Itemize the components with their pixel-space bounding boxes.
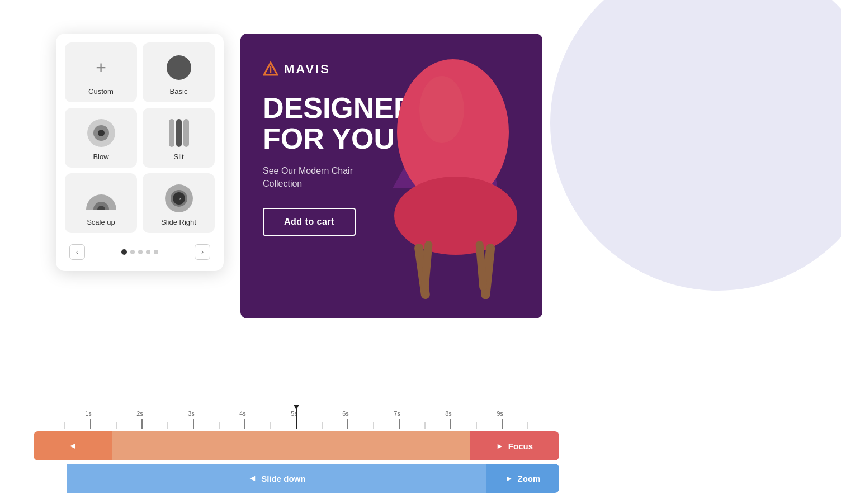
ruler-svg: 1s 2s 3s 4s 5s 6s 7s <box>39 405 554 429</box>
main-content: + Custom Basic Blow <box>56 34 542 318</box>
animation-label-slit: Slit <box>173 153 183 161</box>
page-dot-2[interactable] <box>130 250 135 254</box>
timeline-section: 1s 2s 3s 4s 5s 6s 7s <box>34 405 559 493</box>
svg-text:1s: 1s <box>85 410 92 417</box>
ad-subline: See Our Modern Chair Collection <box>263 165 375 190</box>
animation-panel: + Custom Basic Blow <box>56 34 224 271</box>
track-zoom-label: Zoom <box>518 474 541 483</box>
track-blue-main: ◄ Slide down <box>67 464 486 493</box>
track-orange: ◄ ► Focus <box>34 431 559 460</box>
track-zoom-arrow-icon: ► <box>505 474 513 483</box>
animation-label-basic: Basic <box>170 87 188 96</box>
pagination-prev-button[interactable]: ‹ <box>69 244 85 260</box>
chair-image <box>363 54 542 318</box>
track-slidedown-label: Slide down <box>261 474 305 483</box>
svg-text:6s: 6s <box>342 410 349 417</box>
animation-label-custom: Custom <box>88 87 114 96</box>
add-to-cart-button[interactable]: Add to cart <box>263 208 356 236</box>
track-blue: ◄ Slide down ► Zoom <box>34 464 559 493</box>
ad-preview-card: A MAVIS DESIGNED FOR YOU See Our Modern … <box>240 34 542 318</box>
circle-icon <box>164 53 194 83</box>
page-dot-4[interactable] <box>146 250 150 254</box>
svg-marker-38 <box>294 405 299 410</box>
svg-point-3 <box>394 177 517 255</box>
animation-item-scaleup[interactable]: Scale up <box>65 173 137 233</box>
track-blue-right: ► Zoom <box>486 464 559 493</box>
page-dot-5[interactable] <box>154 250 158 254</box>
animation-item-custom[interactable]: + Custom <box>65 42 137 102</box>
pagination-dots <box>121 249 158 255</box>
plus-icon: + <box>86 53 116 83</box>
chair-svg <box>363 54 542 318</box>
svg-text:8s: 8s <box>445 410 452 417</box>
animation-label-blow: Blow <box>93 153 108 161</box>
track-arrow-left-icon: ◄ <box>68 441 77 451</box>
slit-icon <box>164 118 194 148</box>
track-focus-arrow-icon: ► <box>496 441 504 450</box>
animation-grid: + Custom Basic Blow <box>65 42 215 233</box>
svg-text:9s: 9s <box>497 410 503 417</box>
track-blue-spacer <box>34 464 67 493</box>
svg-text:3s: 3s <box>188 410 195 417</box>
svg-text:7s: 7s <box>394 410 400 417</box>
page-dot-1[interactable] <box>121 249 127 255</box>
track-slidedown-arrow-icon: ◄ <box>248 473 257 483</box>
blow-icon <box>86 118 116 148</box>
animation-label-scaleup: Scale up <box>87 218 115 226</box>
svg-text:4s: 4s <box>239 410 246 417</box>
brand-logo-icon <box>263 61 278 77</box>
track-orange-main <box>112 431 470 460</box>
svg-point-8 <box>419 76 464 143</box>
ruler-area: 1s 2s 3s 4s 5s 6s 7s <box>34 405 559 429</box>
animation-item-basic[interactable]: Basic <box>143 42 215 102</box>
svg-text:2s: 2s <box>136 410 143 417</box>
scaleup-icon <box>86 183 116 213</box>
track-orange-left: ◄ <box>34 431 112 460</box>
animation-item-slideright[interactable]: Slide Right <box>143 173 215 233</box>
animation-item-blow[interactable]: Blow <box>65 108 137 168</box>
page-dot-3[interactable] <box>138 250 143 254</box>
track-orange-right: ► Focus <box>470 431 559 460</box>
pagination-next-button[interactable]: › <box>195 244 210 260</box>
brand-name: MAVIS <box>284 62 330 77</box>
animation-label-slideright: Slide Right <box>161 218 196 226</box>
pagination: ‹ › <box>65 242 215 262</box>
background-circle <box>550 0 841 291</box>
track-focus-label: Focus <box>508 441 533 451</box>
timeline-tracks: ◄ ► Focus ◄ Slide down ► Zoom <box>34 431 559 493</box>
animation-item-slit[interactable]: Slit <box>143 108 215 168</box>
slideright-icon <box>164 183 194 213</box>
